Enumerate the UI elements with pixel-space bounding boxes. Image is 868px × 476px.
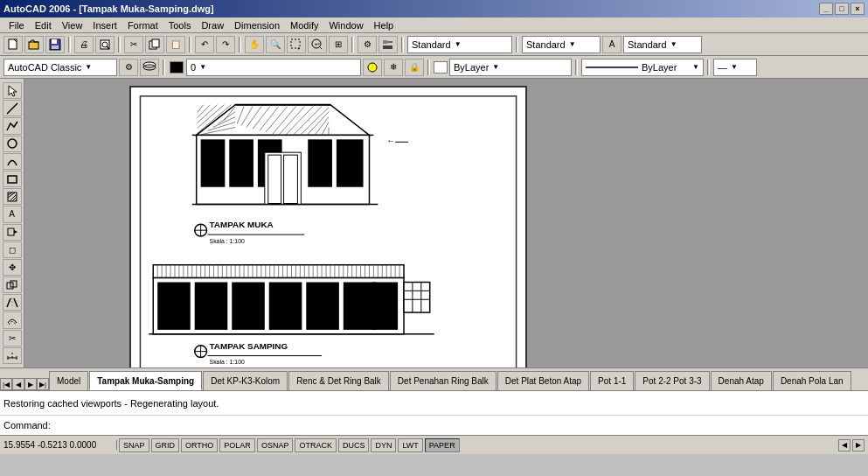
coordinates: 15.9554 -0.5213 0.0000 — [3, 440, 117, 450]
pick-btn[interactable] — [3, 82, 22, 99]
polyline-btn[interactable] — [3, 117, 22, 134]
arc-btn[interactable] — [3, 153, 22, 170]
style-btn[interactable]: A — [602, 36, 621, 53]
workspace-classic-dropdown[interactable]: AutoCAD Classic ▼ — [3, 59, 117, 76]
menu-modify[interactable]: Modify — [285, 19, 323, 32]
tab-scroll-left1[interactable]: |◀ — [0, 378, 12, 390]
lwt-btn[interactable]: LWT — [398, 438, 422, 452]
tab-det-plat[interactable]: Det Plat Beton Atap — [497, 371, 589, 390]
tab-tampak-muka[interactable]: Tampak Muka-Samping — [89, 371, 202, 390]
svg-line-42 — [330, 105, 370, 136]
trim-btn[interactable]: ✂ — [3, 330, 22, 346]
command-input[interactable] — [54, 420, 865, 430]
tab-denah-atap[interactable]: Denah Atap — [711, 371, 772, 390]
svg-text:Skala : 1:100: Skala : 1:100 — [210, 359, 245, 365]
tab-det-kp[interactable]: Det KP-K3-Kolom — [203, 371, 288, 390]
svg-rect-77 — [337, 139, 364, 186]
ortho-btn[interactable]: ORTHO — [181, 438, 218, 452]
mirror-btn[interactable] — [3, 294, 22, 311]
properties-btn[interactable]: ⚙ — [358, 36, 377, 53]
workspace-dropdown[interactable]: Standard ▼ — [407, 36, 512, 53]
tab-scroll-right1[interactable]: ▶ — [24, 378, 37, 390]
menu-help[interactable]: Help — [369, 19, 399, 32]
grid-btn[interactable]: GRID — [151, 438, 180, 452]
menu-edit[interactable]: Edit — [30, 19, 57, 32]
pan-btn[interactable]: ✋ — [245, 36, 264, 53]
dyn-btn[interactable]: DYN — [371, 438, 396, 452]
tab-pot22[interactable]: Pot 2-2 Pot 3-3 — [635, 371, 709, 390]
zoom-prev-btn[interactable]: ↩ — [308, 36, 327, 53]
bylayer-color-dropdown[interactable]: ByLayer ▼ — [449, 59, 572, 76]
layer-state-btn[interactable] — [363, 59, 382, 76]
lineweight-dropdown[interactable]: — ▼ — [713, 59, 757, 76]
ducs-btn[interactable]: DUCS — [338, 438, 370, 452]
open-btn[interactable] — [24, 36, 44, 53]
style-dropdown2[interactable]: Standard ▼ — [623, 36, 702, 53]
layer-frozen-btn[interactable]: ❄ — [384, 59, 403, 76]
tab-pot11[interactable]: Pot 1-1 — [590, 371, 634, 390]
preview-btn[interactable] — [95, 36, 115, 53]
snap-btn[interactable]: SNAP — [119, 438, 149, 452]
matchprop-btn[interactable] — [378, 36, 398, 53]
dimension-btn[interactable] — [3, 347, 22, 364]
menu-insert[interactable]: Insert — [87, 19, 122, 32]
menu-dimension[interactable]: Dimension — [229, 19, 285, 32]
erase-btn[interactable]: ◻ — [3, 242, 22, 258]
layer-lock-btn[interactable]: 🔒 — [405, 59, 424, 76]
paper-btn[interactable]: PAPER — [425, 438, 460, 452]
otrack-btn[interactable]: OTRACK — [295, 438, 337, 452]
svg-rect-151 — [269, 283, 302, 330]
redo-btn[interactable]: ↷ — [216, 36, 235, 53]
tab-det-penahan[interactable]: Det Penahan Ring Balk — [390, 371, 496, 390]
insert-btn[interactable] — [3, 224, 22, 241]
copy-tool-btn[interactable] — [3, 276, 22, 293]
statusbar-scroll-right[interactable]: ▶ — [852, 439, 865, 452]
line-btn[interactable] — [3, 100, 22, 116]
menu-tools[interactable]: Tools — [163, 19, 197, 32]
layer-number-dropdown[interactable]: 0 ▼ — [186, 59, 361, 76]
hatch-btn[interactable] — [3, 188, 22, 205]
zoom-extent-btn[interactable]: ⊞ — [329, 36, 348, 53]
menu-file[interactable]: File — [3, 19, 30, 32]
rect-btn[interactable] — [3, 171, 22, 187]
cut-btn[interactable]: ✂ — [124, 36, 143, 53]
polar-btn[interactable]: POLAR — [219, 438, 255, 452]
statusbar-scroll-left[interactable]: ◀ — [838, 439, 851, 452]
zoom-window-btn[interactable]: + — [287, 36, 306, 53]
style-dropdown1[interactable]: Standard ▼ — [522, 36, 601, 53]
move-btn[interactable]: ✥ — [3, 259, 22, 276]
layer-btn[interactable] — [140, 59, 159, 76]
text-btn[interactable]: A — [3, 206, 22, 222]
svg-line-51 — [279, 107, 305, 136]
osnap-btn[interactable]: OSNAP — [257, 438, 294, 452]
save-btn[interactable] — [45, 36, 65, 53]
tab-scroll-right2[interactable]: ▶| — [37, 378, 49, 390]
workspace-settings-btn[interactable]: ⚙ — [119, 59, 138, 76]
svg-text:TAMPAK SAMPING: TAMPAK SAMPING — [210, 341, 288, 351]
menu-draw[interactable]: Draw — [196, 19, 229, 32]
menu-view[interactable]: View — [57, 19, 88, 32]
menu-format[interactable]: Format — [122, 19, 163, 32]
tab-scroll-left2[interactable]: ◀ — [12, 378, 24, 390]
menu-window[interactable]: Window — [323, 19, 368, 32]
new-btn[interactable] — [3, 36, 23, 53]
offset-btn[interactable] — [3, 312, 22, 328]
paste-btn[interactable]: 📋 — [166, 36, 185, 53]
minimize-btn[interactable]: _ — [819, 3, 833, 15]
zoom-realtime-btn[interactable]: 🔍 — [266, 36, 285, 53]
tab-denah-pola[interactable]: Denah Pola Lan — [773, 371, 851, 390]
copy-btn[interactable] — [145, 36, 164, 53]
close-btn[interactable]: × — [851, 3, 865, 15]
tab-model[interactable]: Model — [49, 371, 88, 390]
bylayer-linetype-dropdown[interactable]: ByLayer ▼ — [581, 59, 704, 76]
tab-renc[interactable]: Renc & Det Ring Balk — [288, 371, 389, 390]
toolbar-row2: AutoCAD Classic ▼ ⚙ 0 ▼ ❄ 🔒 ByLayer ▼ By… — [0, 56, 868, 79]
maximize-btn[interactable]: □ — [835, 3, 849, 15]
drawing-paper: ← TAMPAK MUKA Skala : 1:100 — [129, 86, 527, 368]
tab-scroll-area: |◀ ◀ ▶ ▶| — [0, 378, 49, 390]
print-btn[interactable]: 🖨 — [74, 36, 94, 53]
undo-btn[interactable]: ↶ — [195, 36, 214, 53]
style-dropdown2-arrow: ▼ — [670, 40, 677, 48]
canvas-area[interactable]: ← TAMPAK MUKA Skala : 1:100 — [24, 79, 868, 368]
circle-btn[interactable] — [3, 136, 22, 152]
